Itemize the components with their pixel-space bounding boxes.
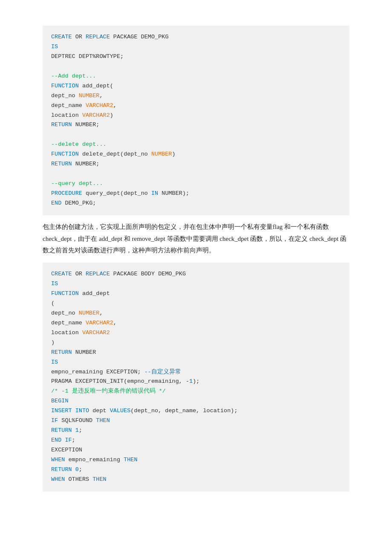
code-block-2: CREATE OR REPLACE PACKAGE BODY DEMO_PKG … [43, 263, 349, 491]
keyword-then-3: THEN [92, 476, 106, 483]
comment-custom-exception: --自定义异常 [144, 369, 181, 375]
keyword-replace-2: REPLACE [86, 271, 110, 277]
type-varchar2-1: VARCHAR2 [86, 102, 113, 109]
keyword-when-2: WHEN [51, 476, 65, 483]
keyword-then-1: THEN [96, 417, 110, 424]
keyword-return-1: RETURN [51, 121, 72, 128]
keyword-insert: INSERT INTO [51, 408, 89, 414]
keyword-return-2: RETURN [51, 161, 72, 167]
keyword-values: VALUES [110, 408, 131, 414]
keyword-procedure: PROCEDURE [51, 190, 82, 197]
keyword-when-1: WHEN [51, 457, 65, 463]
keyword-function-2: FUNCTION [51, 151, 79, 157]
number-2: 1 [75, 427, 79, 434]
keyword-return-5: RETURN [51, 466, 72, 473]
type-number: NUMBER [79, 92, 100, 99]
comment-error-code: /* -1 是违反唯一约束条件的错误代码 */ [51, 388, 166, 394]
keyword-replace: REPLACE [86, 34, 110, 40]
type-number-2: NUMBER [151, 151, 172, 157]
keyword-return-4: RETURN [51, 427, 72, 434]
comment-add-dept: --Add dept... [51, 73, 96, 79]
keyword-in: IN [151, 190, 158, 197]
keyword-begin: BEGIN [51, 398, 69, 404]
keyword-function-3: FUNCTION [51, 290, 79, 297]
page: CREATE OR REPLACE PACKAGE DEMO_PKG IS DE… [0, 0, 392, 555]
keyword-then-2: THEN [124, 457, 137, 463]
keyword-is: IS [51, 43, 58, 50]
keyword-if: IF [51, 417, 58, 424]
keyword-return-3: RETURN [51, 349, 72, 356]
keyword-create-2: CREATE [51, 271, 72, 277]
keyword-is-3: IS [51, 359, 58, 365]
keyword-end-if: END IF [51, 437, 72, 443]
comment-query-dept: --query dept... [51, 180, 103, 187]
type-varchar2-4: VARCHAR2 [82, 330, 110, 336]
keyword-create: CREATE [51, 34, 72, 40]
type-number-3: NUMBER [79, 310, 100, 316]
code-block-1: CREATE OR REPLACE PACKAGE DEMO_PKG IS DE… [43, 26, 349, 215]
comment-delete-dept: --delete dept... [51, 141, 107, 147]
keyword-function: FUNCTION [51, 83, 79, 89]
keyword-end-1: END [51, 200, 61, 206]
type-varchar2-2: VARCHAR2 [82, 112, 110, 119]
prose-paragraph-1: 包主体的创建方法，它实现上面所声明的包定义，并在包主体中声明一个私有变量flag… [43, 215, 349, 263]
number-3: 0 [75, 466, 79, 473]
number-1: 1 [189, 378, 193, 384]
keyword-is-2: IS [51, 280, 58, 287]
type-varchar2-3: VARCHAR2 [86, 320, 113, 326]
